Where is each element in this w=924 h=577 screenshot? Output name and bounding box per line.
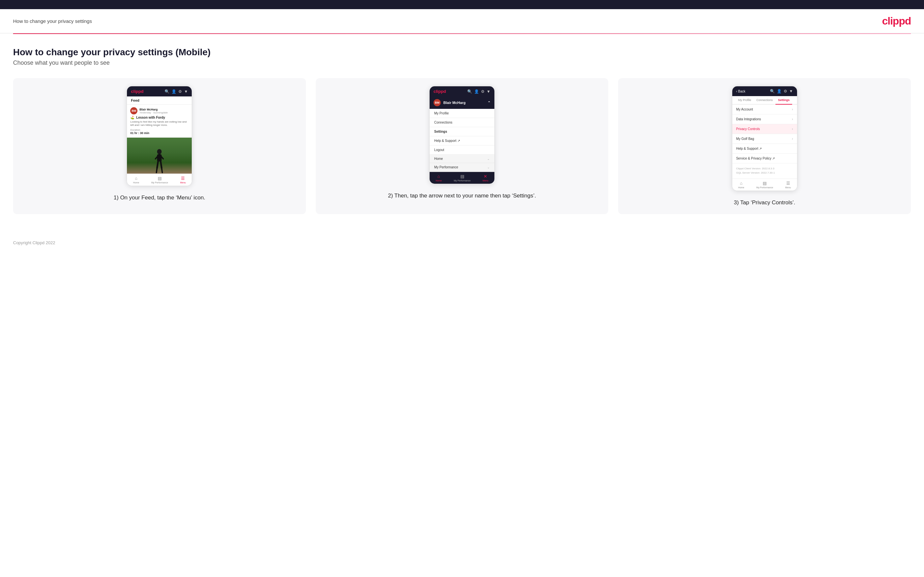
header-title: How to change your privacy settings bbox=[13, 18, 92, 24]
client-version: Clippd Client Version: 2022.8.3-3 bbox=[736, 167, 793, 171]
nav-performance-2: ▤ My Performance bbox=[454, 174, 470, 182]
performance-chevron: ⌄ bbox=[487, 166, 490, 169]
menu-item-connections[interactable]: Connections bbox=[430, 118, 494, 127]
gql-version: GQL Server Version: 2022.7.30-1 bbox=[736, 171, 793, 175]
golf-icon: ⛳ bbox=[130, 116, 134, 119]
nav-home-label-3: Home bbox=[738, 186, 745, 189]
tab-connections[interactable]: Connections bbox=[754, 96, 775, 104]
home-icon-3: ⌂ bbox=[740, 181, 742, 186]
menu-home-section[interactable]: Home ⌄ bbox=[430, 155, 494, 163]
tab-settings[interactable]: Settings bbox=[775, 96, 793, 105]
settings-my-golf-bag[interactable]: My Golf Bag › bbox=[732, 134, 797, 144]
nav-performance-label: My Performance bbox=[151, 181, 168, 184]
phone-2-header: clippd 🔍 👤 ⚙ ▼ bbox=[430, 86, 494, 97]
menu-item-my-profile[interactable]: My Profile bbox=[430, 109, 494, 118]
top-bar bbox=[0, 0, 924, 9]
data-integrations-chevron: › bbox=[792, 118, 793, 121]
post-lesson-title: Lesson with Fordy bbox=[136, 116, 165, 119]
step-2-caption: 2) Then, tap the arrow next to your name… bbox=[388, 192, 536, 200]
menu-dots-icon: ▼ bbox=[184, 89, 188, 94]
settings-icon: ⚙ bbox=[178, 89, 182, 94]
header: How to change your privacy settings clip… bbox=[0, 9, 924, 33]
nav-home-2: ⌂ Home bbox=[436, 174, 442, 182]
step-1-caption: 1) On your Feed, tap the ‘Menu’ icon. bbox=[113, 194, 205, 202]
phone-3-icons: 🔍 👤 ⚙ ▼ bbox=[770, 89, 793, 93]
menu-performance-section[interactable]: My Performance ⌄ bbox=[430, 163, 494, 172]
settings-list: My Account › Data Integrations › Privacy… bbox=[732, 105, 797, 163]
my-account-label: My Account bbox=[736, 108, 753, 111]
home-icon-2: ⌂ bbox=[438, 174, 440, 179]
settings-tabs: My Profile Connections Settings bbox=[732, 96, 797, 105]
chart-icon-2: ▤ bbox=[460, 174, 464, 179]
phone-1-mockup: clippd 🔍 👤 ⚙ ▼ Feed BM Blair McHar bbox=[127, 86, 192, 186]
phone-1-icons: 🔍 👤 ⚙ ▼ bbox=[165, 89, 188, 94]
menu-username: Blair McHarg bbox=[443, 101, 465, 105]
step-2-card: clippd 🔍 👤 ⚙ ▼ BM Blair McHarg ⌃ bbox=[316, 78, 609, 214]
phone-2-mockup: clippd 🔍 👤 ⚙ ▼ BM Blair McHarg ⌃ bbox=[429, 86, 495, 184]
nav-menu-label-3: Menu bbox=[785, 186, 791, 189]
post-description: Looking to feel like my hands are exitin… bbox=[130, 120, 189, 127]
phone-1-bottom-nav: ⌂ Home ▤ My Performance ☰ Menu bbox=[127, 174, 192, 186]
settings-help-support[interactable]: Help & Support ↗ bbox=[732, 144, 797, 154]
menu-avatar: BM bbox=[433, 99, 441, 106]
menu-item-logout[interactable]: Logout bbox=[430, 145, 494, 155]
main-content: How to change your privacy settings (Mob… bbox=[0, 34, 924, 234]
version-info: Clippd Client Version: 2022.8.3-3 GQL Se… bbox=[732, 163, 797, 179]
svg-point-0 bbox=[157, 149, 162, 154]
page-heading: How to change your privacy settings (Mob… bbox=[13, 47, 911, 58]
nav-performance: ▤ My Performance bbox=[151, 176, 168, 184]
step-3-card: ‹ Back 🔍 👤 ⚙ ▼ My Profile Connections Se… bbox=[618, 78, 911, 214]
settings-back-header: ‹ Back 🔍 👤 ⚙ ▼ bbox=[732, 86, 797, 96]
nav-menu-2[interactable]: ✕ Menu bbox=[483, 174, 488, 182]
search-icon: 🔍 bbox=[165, 89, 170, 94]
menu-user-row[interactable]: BM Blair McHarg ⌃ bbox=[430, 97, 494, 109]
post-sub: Yesterday · Sunningdale bbox=[139, 111, 168, 114]
phone-2-icons: 🔍 👤 ⚙ ▼ bbox=[467, 89, 491, 94]
nav-performance-label-2: My Performance bbox=[454, 179, 470, 182]
settings-service-privacy[interactable]: Service & Privacy Policy ↗ bbox=[732, 154, 797, 163]
my-account-chevron: › bbox=[792, 108, 793, 111]
user-icon: 👤 bbox=[171, 89, 176, 94]
svg-line-7 bbox=[162, 168, 162, 172]
menu-dots-icon-3: ▼ bbox=[789, 89, 793, 93]
nav-performance-label-3: My Performance bbox=[756, 186, 773, 189]
menu-performance-label: My Performance bbox=[434, 165, 458, 169]
nav-menu-label: Menu bbox=[180, 181, 186, 184]
phone-1-logo: clippd bbox=[131, 89, 143, 94]
feed-image bbox=[127, 138, 192, 174]
feed-post: BM Blair McHarg Yesterday · Sunningdale … bbox=[127, 105, 192, 138]
nav-menu[interactable]: ☰ Menu bbox=[180, 176, 186, 184]
post-duration-value: 01 hr : 30 min bbox=[130, 131, 189, 135]
menu-icon-3: ☰ bbox=[786, 181, 790, 186]
phone-3-bottom-nav: ⌂ Home ▤ My Performance ☰ Menu bbox=[732, 179, 797, 190]
nav-menu-3[interactable]: ☰ Menu bbox=[785, 181, 791, 189]
nav-home: ⌂ Home bbox=[133, 176, 139, 184]
phone-2-bottom-nav: ⌂ Home ▤ My Performance ✕ Menu bbox=[430, 172, 494, 184]
post-author-name: Blair McHarg bbox=[139, 108, 168, 111]
menu-item-settings[interactable]: Settings bbox=[430, 127, 494, 136]
page-subheading: Choose what you want people to see bbox=[13, 60, 911, 66]
phone-2-logo: clippd bbox=[433, 89, 446, 94]
back-button[interactable]: ‹ Back bbox=[736, 90, 745, 93]
tab-my-profile[interactable]: My Profile bbox=[735, 96, 754, 104]
settings-privacy-controls[interactable]: Privacy Controls › bbox=[732, 124, 797, 134]
post-duration-label: Duration bbox=[130, 129, 189, 131]
step-3-caption: 3) Tap ‘Privacy Controls’. bbox=[734, 199, 795, 206]
phone-1-header: clippd 🔍 👤 ⚙ ▼ bbox=[127, 86, 192, 97]
privacy-controls-chevron: › bbox=[792, 127, 793, 131]
menu-chevron-up: ⌃ bbox=[488, 101, 491, 105]
menu-user-left: BM Blair McHarg bbox=[433, 99, 465, 106]
chart-icon: ▤ bbox=[158, 176, 162, 181]
nav-home-3: ⌂ Home bbox=[738, 181, 745, 189]
my-golf-bag-chevron: › bbox=[792, 137, 793, 140]
avatar: BM bbox=[130, 107, 137, 114]
settings-data-integrations[interactable]: Data Integrations › bbox=[732, 114, 797, 124]
data-integrations-label: Data Integrations bbox=[736, 118, 761, 121]
settings-my-account[interactable]: My Account › bbox=[732, 105, 797, 114]
nav-performance-3: ▤ My Performance bbox=[756, 181, 773, 189]
settings-icon-3: ⚙ bbox=[783, 89, 787, 93]
svg-line-6 bbox=[157, 168, 157, 172]
menu-item-help[interactable]: Help & Support ↗ bbox=[430, 136, 494, 145]
nav-menu-label-2: Menu bbox=[483, 179, 488, 182]
nav-home-label-2: Home bbox=[436, 179, 442, 182]
